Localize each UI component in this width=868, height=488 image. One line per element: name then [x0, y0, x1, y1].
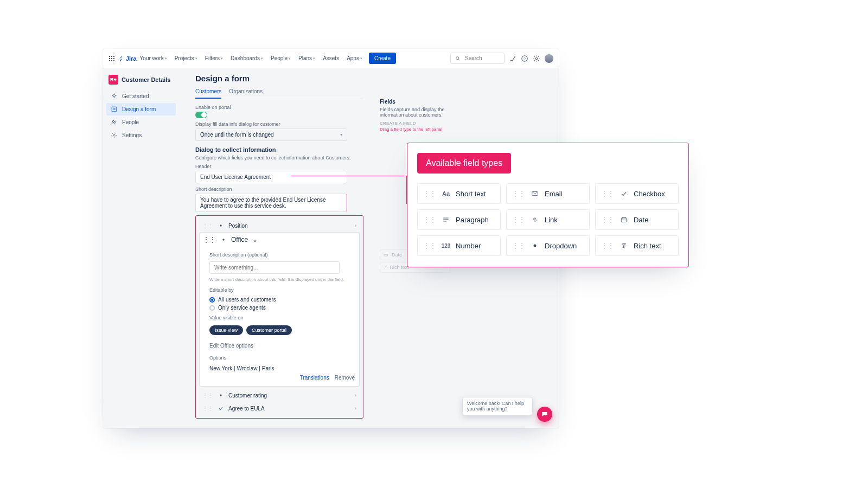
dropdown-icon [218, 392, 224, 399]
form-field-eula[interactable]: ⋮⋮ Agree to EULA › [199, 402, 360, 415]
brand-text: Jira [126, 55, 137, 62]
email-icon [531, 189, 539, 198]
number-icon: 123 [442, 241, 450, 250]
drag-handle-icon[interactable]: ⋮⋮ [512, 242, 525, 249]
notifications-icon[interactable] [509, 55, 516, 62]
svg-point-8 [112, 120, 114, 122]
gear-icon [111, 132, 118, 139]
nav-plans[interactable]: Plans [295, 53, 318, 63]
options-label: Options [209, 355, 355, 361]
nav-projects[interactable]: Projects [171, 53, 201, 63]
drag-handle-icon[interactable]: ⋮⋮ [601, 242, 614, 249]
nav-apps[interactable]: Apps [343, 53, 366, 63]
workspace-header[interactable]: R+ Customer Details [106, 73, 176, 90]
visible-label: Value visible on [209, 315, 355, 320]
field-type-date[interactable]: ⋮⋮Date [595, 209, 679, 230]
remove-link[interactable]: Remove [335, 375, 355, 381]
sidebar-item-label: Settings [122, 132, 142, 138]
nav-your-work[interactable]: Your work [137, 53, 170, 63]
drag-handle-icon[interactable]: ⋮⋮ [601, 216, 614, 223]
display-select[interactable]: Once until the form is changed [195, 129, 347, 141]
form-field-office-header[interactable]: ⋮⋮ Office ⌄ [200, 233, 359, 247]
svg-rect-18 [621, 218, 626, 222]
edit-options-link[interactable]: Edit Office options [209, 343, 355, 349]
field-types-callout: Available field types ⋮⋮AaShort text⋮⋮Em… [407, 143, 689, 267]
field-type-dropdown[interactable]: ⋮⋮Dropdown [506, 235, 590, 256]
sidebar-item-settings[interactable]: Settings [106, 129, 176, 142]
sidebar-item-design-form[interactable]: Design a form [106, 103, 176, 115]
tab-customers[interactable]: Customers [195, 88, 221, 99]
svg-point-11 [220, 224, 221, 226]
editable-radio-all[interactable]: All users and customers [209, 297, 355, 303]
short-text-icon: Aa [442, 189, 450, 198]
form-fields-box: ⋮⋮ Position › ⋮⋮ Office ⌄ [195, 215, 363, 419]
field-type-paragraph[interactable]: ⋮⋮Paragraph [417, 209, 501, 230]
field-type-number[interactable]: ⋮⋮123Number [417, 235, 501, 256]
search-icon [455, 56, 461, 61]
jira-logo[interactable]: Jira [118, 55, 137, 62]
sidebar-item-get-started[interactable]: Get started [106, 90, 176, 102]
svg-point-12 [222, 239, 224, 240]
date-icon [620, 215, 628, 224]
drag-handle-icon[interactable]: ⋮⋮ [203, 236, 216, 243]
field-label: Customer rating [228, 393, 267, 399]
settings-icon[interactable] [533, 55, 540, 62]
app-switcher-icon[interactable] [108, 55, 114, 61]
field-type-email[interactable]: ⋮⋮Email [506, 183, 590, 204]
form-field-rating[interactable]: ⋮⋮ Customer rating › [199, 389, 360, 402]
field-type-label: Short text [456, 190, 486, 198]
display-select-value: Once until the form is changed [200, 132, 274, 138]
field-type-short-text[interactable]: ⋮⋮AaShort text [417, 183, 501, 204]
drag-handle-icon[interactable]: ⋮⋮ [512, 190, 525, 197]
field-type-label: Checkbox [634, 190, 665, 198]
sidebar: R+ Customer Details Get started Design a… [103, 68, 179, 428]
nav-dashboards[interactable]: Dashboards [227, 53, 266, 63]
field-type-link[interactable]: ⋮⋮Link [506, 209, 590, 230]
dim-label: Date [392, 252, 402, 258]
drag-handle-icon[interactable]: ⋮⋮ [202, 393, 213, 399]
form-field-position[interactable]: ⋮⋮ Position › [199, 219, 360, 232]
sd-input[interactable] [209, 261, 340, 274]
nav-assets[interactable]: Assets [320, 53, 342, 63]
svg-point-4 [535, 57, 538, 60]
pill-issue-view[interactable]: Issue view [209, 325, 243, 335]
editable-radio-agents[interactable]: Only service agents [209, 305, 355, 311]
drag-handle-icon[interactable]: ⋮⋮ [512, 216, 525, 223]
options-value: New York | Wroclaw | Paris [209, 365, 355, 371]
enable-toggle[interactable] [195, 112, 207, 118]
search-box[interactable] [450, 53, 505, 64]
nav-filters[interactable]: Filters [202, 53, 226, 63]
svg-line-1 [458, 59, 459, 60]
pill-customer-portal[interactable]: Customer portal [246, 325, 292, 335]
drag-handle-icon[interactable]: ⋮⋮ [423, 216, 436, 223]
dialog-help: Configure which fields you need to colle… [195, 155, 363, 160]
drag-handle-icon[interactable]: ⋮⋮ [423, 242, 436, 249]
form-icon [111, 106, 118, 113]
chat-button[interactable] [537, 407, 552, 422]
workspace-icon: R+ [108, 75, 118, 85]
field-type-label: Rich text [634, 242, 661, 250]
drag-handle-icon[interactable]: ⋮⋮ [202, 406, 213, 412]
create-button[interactable]: Create [369, 53, 396, 64]
drag-handle-icon[interactable]: ⋮⋮ [202, 223, 213, 229]
tab-organizations[interactable]: Organizations [229, 88, 263, 99]
help-icon[interactable]: ? [521, 55, 528, 62]
create-field-label: CREATE A FIELD [380, 121, 450, 126]
field-label: Position [228, 223, 248, 229]
svg-point-22 [534, 245, 537, 247]
sidebar-item-people[interactable]: People [106, 116, 176, 129]
svg-point-0 [456, 56, 459, 59]
nav-people[interactable]: People [267, 53, 294, 63]
dropdown-icon [220, 236, 227, 243]
translations-link[interactable]: Translations [300, 375, 329, 381]
field-type-rich-text[interactable]: ⋮⋮TRich text [595, 235, 679, 256]
avatar[interactable] [545, 54, 553, 63]
radio-label: Only service agents [218, 305, 266, 311]
search-input[interactable] [464, 55, 496, 62]
field-type-checkbox[interactable]: ⋮⋮Checkbox [595, 183, 679, 204]
field-label: Agree to EULA [228, 406, 265, 412]
drag-handle-icon[interactable]: ⋮⋮ [601, 190, 614, 197]
drag-handle-icon[interactable]: ⋮⋮ [423, 190, 436, 197]
svg-point-13 [220, 394, 221, 396]
sidebar-item-label: People [122, 119, 139, 125]
